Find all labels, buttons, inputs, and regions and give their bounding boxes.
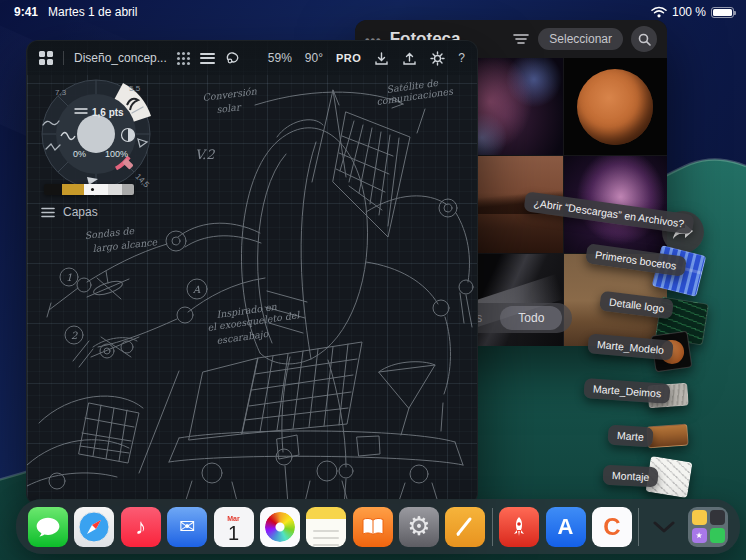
app-library-mini-icon <box>710 510 725 525</box>
selection-tool-icon[interactable] <box>225 50 241 66</box>
import-icon[interactable] <box>374 51 389 66</box>
rocket-icon <box>507 515 531 539</box>
dock-divider <box>492 508 493 546</box>
app-library-mini-icon: ★ <box>692 528 707 543</box>
dock-icon-safari[interactable] <box>74 507 114 547</box>
export-icon[interactable] <box>402 51 417 66</box>
opacity-max-label: 100% <box>105 149 128 159</box>
messages-bubble-icon <box>35 514 61 540</box>
dock: ♪ ✉ Mar 1 ⚙ A C <box>16 499 740 554</box>
pro-badge[interactable]: PRO <box>336 52 361 64</box>
dial-value: 7,3 <box>55 88 67 97</box>
annotation-conversion: Conversión <box>202 85 258 103</box>
swatch-gray[interactable] <box>122 184 134 195</box>
music-note-icon: ♪ <box>135 514 146 540</box>
layers-panel-icon[interactable] <box>200 50 215 66</box>
dock-icon-notes[interactable] <box>306 507 346 547</box>
rotation-angle[interactable]: 90° <box>305 51 323 65</box>
open-book-icon <box>361 517 385 537</box>
dock-hide-chevron[interactable] <box>646 507 682 547</box>
dial-value: 14,5 <box>134 172 152 190</box>
appstore-a-icon: A <box>558 514 574 540</box>
dock-icon-rocket[interactable] <box>499 507 539 547</box>
tool-wheel[interactable]: 1,6 pts 0% 100% 7,3 5,5 6,9 14,5 <box>31 69 161 199</box>
envelope-icon: ✉ <box>179 515 195 538</box>
photo-thumbnail-mars-planet[interactable] <box>564 58 667 155</box>
swatch-white-selected[interactable] <box>84 184 108 195</box>
gear-icon: ⚙ <box>407 511 430 542</box>
layers-button[interactable]: Capas <box>35 201 104 223</box>
annotation-version: V.2 <box>195 147 215 162</box>
dock-icon-settings[interactable]: ⚙ <box>399 507 439 547</box>
calendar-day: 1 <box>228 523 239 543</box>
tab-todo[interactable]: Todo <box>500 306 562 330</box>
swatch-gold[interactable] <box>62 184 84 195</box>
dock-icon-drawing[interactable] <box>445 507 485 547</box>
battery-icon <box>711 7 734 18</box>
wheel-center-button <box>77 115 115 153</box>
dock-divider <box>638 508 639 546</box>
marker-1: 1 <box>66 272 72 283</box>
safari-compass-icon <box>77 510 111 544</box>
search-button[interactable] <box>631 26 657 52</box>
settings-gear-icon[interactable] <box>430 51 445 66</box>
dock-icon-photos[interactable] <box>260 507 300 547</box>
opacity-min-label: 0% <box>73 149 86 159</box>
dock-icon-messages[interactable] <box>28 507 68 547</box>
search-icon <box>638 33 651 46</box>
app-library-mini-icon <box>692 510 707 525</box>
swatch-black[interactable] <box>44 184 62 195</box>
ipad-screen: 9:41 Martes 1 de abril 100 % <box>0 0 746 560</box>
marker-2: 2 <box>71 330 78 341</box>
dock-icon-mail[interactable]: ✉ <box>167 507 207 547</box>
marker-a: A <box>192 284 201 295</box>
drag-item-label[interactable]: Marte <box>607 424 653 447</box>
dock-icon-calendar[interactable]: Mar 1 <box>214 507 254 547</box>
precision-grid-icon[interactable] <box>177 52 190 65</box>
layers-label: Capas <box>63 205 98 219</box>
swatch-lightgray[interactable] <box>108 184 122 195</box>
c-logo-icon: C <box>603 513 620 541</box>
drag-item-label[interactable]: Montaje <box>603 465 659 488</box>
help-button[interactable]: ? <box>458 51 465 65</box>
wifi-icon <box>651 6 667 18</box>
dock-icon-appstore[interactable]: A <box>546 507 586 547</box>
dock-icon-creative-app[interactable]: C <box>592 507 632 547</box>
dock-icon-app-library[interactable]: ★ <box>688 507 728 547</box>
status-bar: 9:41 Martes 1 de abril 100 % <box>0 0 746 22</box>
select-button[interactable]: Seleccionar <box>538 28 623 50</box>
chevron-down-icon <box>653 521 675 533</box>
color-swatch-bar[interactable] <box>44 184 134 195</box>
date-label: Martes 1 de abril <box>48 5 137 19</box>
notes-lines-icon <box>313 525 339 547</box>
drawing-app-window: Conversión solar Satélite de comunicacio… <box>26 40 478 505</box>
clock: 9:41 <box>14 5 38 19</box>
pen-icon <box>452 514 478 540</box>
app-library-mini-icon <box>710 528 725 543</box>
gallery-icon[interactable] <box>39 51 53 65</box>
stroke-size-label: 1,6 pts <box>92 107 124 118</box>
dial-value: 5,5 <box>129 84 141 93</box>
battery-percent: 100 % <box>672 5 706 19</box>
hamburger-icon <box>41 207 55 218</box>
photos-flower-icon <box>265 512 295 542</box>
filter-icon[interactable] <box>512 32 530 46</box>
document-title[interactable]: Diseño_concep... <box>74 51 167 65</box>
svg-text:solar: solar <box>216 101 242 115</box>
zoom-level[interactable]: 59% <box>268 51 292 65</box>
dock-icon-books[interactable] <box>353 507 393 547</box>
dock-icon-music[interactable]: ♪ <box>121 507 161 547</box>
